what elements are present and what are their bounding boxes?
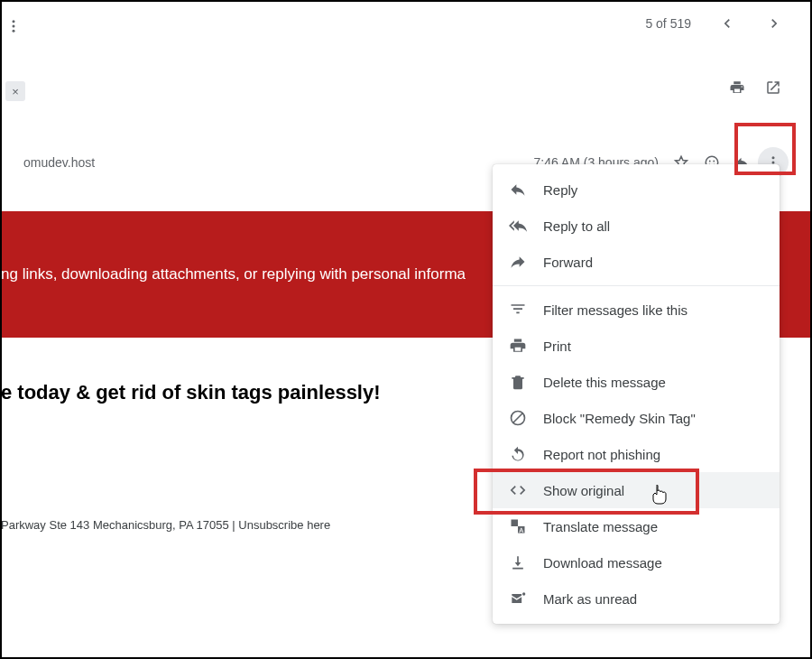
newer-button[interactable] bbox=[709, 5, 745, 42]
svg-point-2 bbox=[13, 30, 15, 32]
menu-label: Download message bbox=[543, 555, 662, 571]
open-in-new-icon bbox=[765, 79, 781, 96]
menu-filter[interactable]: Filter messages like this bbox=[493, 292, 780, 328]
print-icon bbox=[729, 79, 745, 96]
menu-download[interactable]: Download message bbox=[493, 544, 780, 580]
download-icon bbox=[509, 553, 527, 571]
menu-not-phishing[interactable]: Report not phishing bbox=[493, 436, 780, 472]
undo-icon bbox=[509, 445, 527, 463]
message-tools bbox=[2, 72, 810, 103]
trash-icon bbox=[509, 373, 527, 391]
svg-point-0 bbox=[13, 20, 15, 23]
menu-label: Reply to all bbox=[543, 218, 610, 234]
menu-print[interactable]: Print bbox=[493, 328, 780, 364]
menu-label: Print bbox=[543, 339, 571, 354]
menu-label: Block "Remedy Skin Tag" bbox=[543, 411, 696, 426]
left-more-icon bbox=[5, 18, 22, 38]
menu-block[interactable]: Block "Remedy Skin Tag" bbox=[493, 400, 780, 436]
chevron-left-icon bbox=[718, 14, 736, 32]
close-icon: × bbox=[12, 85, 19, 98]
older-button[interactable] bbox=[756, 5, 792, 42]
svg-point-4 bbox=[709, 161, 711, 162]
svg-point-6 bbox=[772, 156, 775, 159]
menu-label: Translate message bbox=[543, 519, 658, 534]
block-icon bbox=[509, 409, 527, 427]
remove-label-chip[interactable]: × bbox=[5, 81, 25, 101]
svg-point-5 bbox=[713, 161, 715, 162]
reply-all-icon bbox=[509, 217, 527, 235]
menu-reply-all[interactable]: Reply to all bbox=[493, 208, 780, 244]
open-new-window-button[interactable] bbox=[758, 72, 789, 103]
forward-icon bbox=[509, 253, 527, 271]
menu-label: Forward bbox=[543, 255, 593, 270]
menu-forward[interactable]: Forward bbox=[493, 244, 780, 280]
filter-icon bbox=[509, 301, 527, 319]
mark-unread-icon bbox=[509, 589, 527, 608]
menu-label: Filter messages like this bbox=[543, 302, 687, 318]
menu-label: Report not phishing bbox=[543, 447, 660, 462]
svg-point-1 bbox=[13, 25, 15, 28]
sender-domain: omudev.host bbox=[23, 155, 95, 170]
svg-line-10 bbox=[513, 413, 522, 422]
message-actions-menu: Reply Reply to all Forward Filter messag… bbox=[493, 164, 780, 624]
menu-reply[interactable]: Reply bbox=[493, 172, 780, 208]
menu-label: Show original bbox=[543, 483, 624, 498]
menu-show-original[interactable]: Show original bbox=[493, 472, 780, 508]
menu-label: Delete this message bbox=[543, 375, 666, 390]
menu-label: Reply bbox=[543, 182, 577, 198]
menu-delete[interactable]: Delete this message bbox=[493, 364, 780, 400]
top-bar: 5 of 519 bbox=[2, 2, 810, 45]
menu-translate[interactable]: Translate message bbox=[493, 508, 780, 544]
menu-label: Mark as unread bbox=[543, 591, 637, 607]
code-icon bbox=[509, 481, 527, 499]
print-button[interactable] bbox=[722, 72, 752, 103]
menu-separator bbox=[493, 285, 780, 286]
translate-icon bbox=[509, 517, 527, 535]
pager-count: 5 of 519 bbox=[645, 16, 691, 31]
chevron-right-icon bbox=[765, 14, 783, 32]
reply-icon bbox=[509, 181, 527, 199]
menu-mark-unread[interactable]: Mark as unread bbox=[493, 580, 780, 617]
print-icon bbox=[509, 337, 527, 355]
